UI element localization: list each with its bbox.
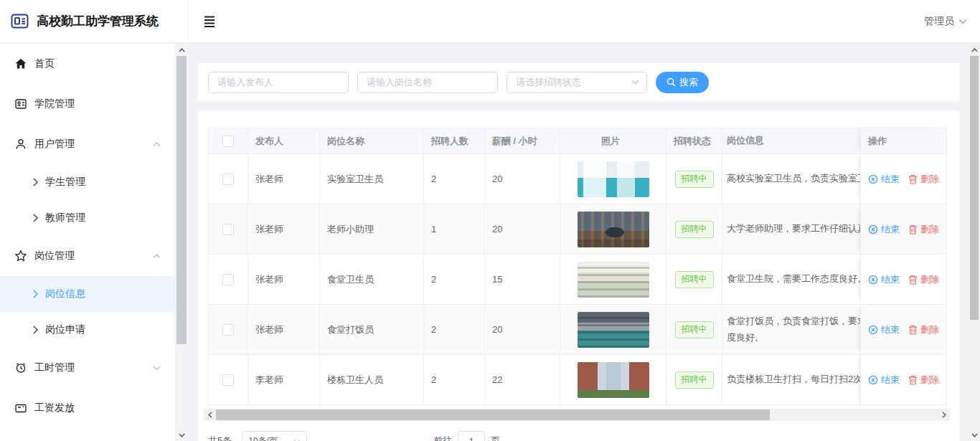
pagination-total: 共5条 bbox=[208, 435, 232, 441]
sidebar-item-users[interactable]: 用户管理 bbox=[0, 124, 175, 164]
col-header-salary: 薪酬 / 小时 bbox=[485, 128, 560, 153]
sidebar-item-hours[interactable]: 工时管理 bbox=[0, 348, 175, 388]
end-button[interactable]: 结束 bbox=[868, 374, 900, 387]
job-name-input[interactable] bbox=[357, 72, 498, 93]
sidebar-item-student-mgmt[interactable]: 学生管理 bbox=[0, 164, 175, 200]
trash-icon bbox=[908, 275, 918, 285]
job-photo[interactable] bbox=[578, 212, 649, 247]
job-photo[interactable] bbox=[578, 312, 649, 348]
job-name-cell: 食堂打饭员 bbox=[320, 305, 424, 354]
scroll-up-arrow-icon[interactable] bbox=[969, 44, 980, 56]
row-actions: 结束 删除 bbox=[860, 204, 946, 254]
page-scrollbar[interactable] bbox=[969, 44, 980, 441]
chevron-right-icon bbox=[33, 290, 38, 298]
username: 管理员 bbox=[924, 15, 954, 28]
chevron-right-icon bbox=[33, 326, 38, 334]
publisher-cell: 张老师 bbox=[248, 255, 320, 304]
job-photo[interactable] bbox=[578, 362, 649, 398]
sidebar-item-job-info[interactable]: 岗位信息 bbox=[0, 276, 175, 312]
job-name-cell: 老师小助理 bbox=[320, 204, 424, 254]
horizontal-scrollbar-thumb[interactable] bbox=[216, 409, 770, 420]
publisher-cell: 张老师 bbox=[248, 305, 320, 354]
end-button[interactable]: 结束 bbox=[868, 273, 900, 286]
status-cell: 招聘中 bbox=[666, 204, 722, 254]
row-checkbox[interactable] bbox=[222, 174, 234, 185]
salary-cell: 22 bbox=[485, 355, 560, 404]
status-badge: 招聘中 bbox=[675, 371, 714, 389]
circle-close-icon bbox=[868, 375, 878, 385]
sidebar-item-college[interactable]: 学院管理 bbox=[0, 84, 175, 124]
menu-fold-icon[interactable] bbox=[204, 15, 215, 28]
row-checkbox[interactable] bbox=[222, 274, 234, 285]
job-photo[interactable] bbox=[578, 262, 649, 298]
chevron-right-icon bbox=[33, 178, 38, 186]
trash-icon bbox=[908, 375, 918, 385]
end-button[interactable]: 结束 bbox=[868, 323, 900, 336]
photo-cell bbox=[560, 355, 666, 404]
page-size-select[interactable]: 10条/页 bbox=[242, 431, 307, 441]
search-button[interactable]: 搜索 bbox=[656, 72, 709, 93]
headcount-cell: 2 bbox=[424, 255, 485, 304]
top-header: 高校勤工助学管理系统 管理员 bbox=[0, 0, 980, 43]
pagination: 共5条 10条/页 前往 页 bbox=[208, 431, 950, 441]
sidebar-scrollbar[interactable] bbox=[175, 44, 188, 441]
user-icon bbox=[14, 138, 27, 151]
sidebar-scrollbar-thumb[interactable] bbox=[176, 56, 187, 344]
delete-button[interactable]: 删除 bbox=[908, 173, 939, 186]
job-name-cell: 食堂卫生员 bbox=[320, 255, 424, 304]
scroll-up-arrow-icon[interactable] bbox=[175, 44, 188, 56]
sidebar-item-home[interactable]: 首页 bbox=[0, 44, 175, 84]
row-checkbox[interactable] bbox=[222, 324, 234, 336]
chevron-up-icon bbox=[153, 142, 161, 147]
circle-close-icon bbox=[868, 224, 878, 234]
col-header-actions: 操作 bbox=[860, 128, 946, 153]
user-menu[interactable]: 管理员 bbox=[924, 15, 967, 28]
sidebar-item-jobs[interactable]: 岗位管理 bbox=[0, 236, 175, 276]
status-cell: 招聘中 bbox=[666, 305, 722, 354]
end-button[interactable]: 结束 bbox=[868, 223, 900, 236]
scroll-down-arrow-icon[interactable] bbox=[175, 429, 188, 441]
table-row: 张老师 实验室卫生员 2 20 招聘中 高校实验室卫生员，负责实验室卫生。 结束… bbox=[208, 154, 947, 204]
scroll-left-arrow-icon[interactable] bbox=[204, 409, 216, 421]
delete-button[interactable]: 删除 bbox=[908, 273, 939, 286]
sidebar: 首页 学院管理 用户管理 学生管理 bbox=[0, 44, 175, 441]
photo-cell bbox=[560, 204, 666, 254]
row-actions: 结束 删除 bbox=[860, 355, 946, 404]
delete-button[interactable]: 删除 bbox=[908, 374, 939, 387]
sidebar-item-teacher-mgmt[interactable]: 教师管理 bbox=[0, 200, 175, 236]
sidebar-item-salary[interactable]: 工资发放 bbox=[0, 388, 175, 428]
home-icon bbox=[14, 57, 27, 70]
job-name-cell: 楼栋卫生人员 bbox=[320, 355, 424, 404]
circle-close-icon bbox=[868, 275, 878, 285]
row-checkbox[interactable] bbox=[222, 224, 234, 235]
status-badge: 招聘中 bbox=[675, 271, 714, 288]
salary-cell: 20 bbox=[485, 204, 560, 254]
horizontal-scrollbar[interactable] bbox=[204, 409, 950, 421]
status-select[interactable]: 请选择招聘状态 bbox=[507, 72, 647, 93]
page-jump-input[interactable] bbox=[458, 431, 485, 441]
table-body: 张老师 实验室卫生员 2 20 招聘中 高校实验室卫生员，负责实验室卫生。 结束… bbox=[208, 154, 947, 405]
publisher-cell: 李老师 bbox=[248, 355, 320, 404]
row-actions: 结束 删除 bbox=[860, 154, 946, 204]
delete-button[interactable]: 删除 bbox=[908, 223, 939, 236]
row-checkbox[interactable] bbox=[222, 374, 234, 386]
scroll-right-arrow-icon[interactable] bbox=[938, 409, 950, 421]
scroll-down-arrow-icon[interactable] bbox=[969, 429, 980, 441]
chevron-down-icon bbox=[153, 366, 161, 371]
main-content: 请选择招聘状态 搜索 发布人 岗位名称 招聘人数 薪酬 / bbox=[188, 44, 969, 441]
clock-icon bbox=[14, 361, 27, 374]
trash-icon bbox=[908, 224, 918, 234]
table-row: 张老师 食堂卫生员 2 15 招聘中 食堂卫生院，需要工作态度良好。 结束 删除 bbox=[208, 255, 947, 305]
headcount-cell: 2 bbox=[424, 355, 485, 404]
headcount-cell: 2 bbox=[424, 305, 485, 354]
status-cell: 招聘中 bbox=[666, 355, 722, 404]
table-header-row: 发布人 岗位名称 招聘人数 薪酬 / 小时 照片 招聘状态 岗位信息 操作 bbox=[208, 128, 947, 154]
sidebar-item-job-apply[interactable]: 岗位申请 bbox=[0, 312, 175, 348]
publisher-input[interactable] bbox=[208, 72, 349, 93]
page-scrollbar-thumb[interactable] bbox=[970, 56, 979, 320]
delete-button[interactable]: 删除 bbox=[908, 323, 939, 336]
end-button[interactable]: 结束 bbox=[868, 173, 900, 186]
job-photo[interactable] bbox=[578, 161, 649, 197]
status-badge: 招聘中 bbox=[675, 321, 714, 338]
select-all-checkbox[interactable] bbox=[222, 136, 234, 147]
